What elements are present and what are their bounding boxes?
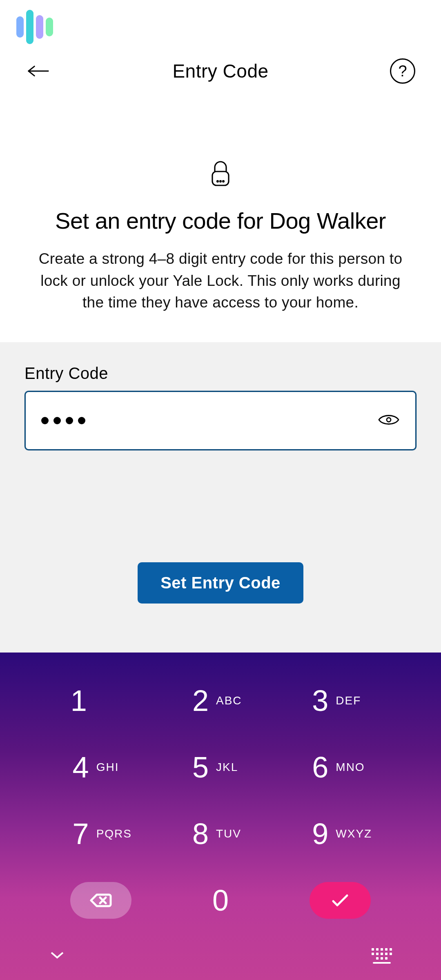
set-entry-code-button[interactable]: Set Entry Code	[138, 562, 303, 604]
backspace-icon	[89, 892, 113, 909]
svg-point-5	[387, 418, 391, 422]
keyboard-collapse-button[interactable]	[49, 950, 65, 962]
header-bar: Entry Code ?	[0, 48, 441, 94]
entry-code-input[interactable]	[24, 391, 416, 450]
keypad-confirm[interactable]	[293, 869, 388, 932]
keypad-key-9[interactable]: 9 WXYZ	[293, 802, 388, 865]
lock-icon	[29, 159, 412, 188]
status-area	[0, 0, 441, 48]
chevron-down-icon	[49, 950, 65, 960]
keypad-key-7[interactable]: 7 PQRS	[53, 802, 148, 865]
keypad-key-8[interactable]: 8 TUV	[173, 802, 268, 865]
help-button[interactable]: ?	[389, 57, 416, 85]
entry-code-label: Entry Code	[24, 364, 416, 383]
keypad-key-2[interactable]: 2 ABC	[173, 669, 268, 732]
intro-body: Create a strong 4–8 digit entry code for…	[29, 248, 412, 314]
intro-section: Set an entry code for Dog Walker Create …	[0, 94, 441, 342]
keypad-key-4[interactable]: 4 GHI	[53, 735, 148, 799]
entry-code-masked-value	[41, 417, 85, 424]
svg-point-2	[217, 181, 218, 182]
keypad-key-3[interactable]: 3 DEF	[293, 669, 388, 732]
toggle-visibility-button[interactable]	[378, 412, 400, 429]
svg-point-3	[220, 181, 221, 182]
keypad-key-5[interactable]: 5 JKL	[173, 735, 268, 799]
keypad-key-1[interactable]: 1	[53, 669, 148, 732]
keypad-key-6[interactable]: 6 MNO	[293, 735, 388, 799]
keypad-key-0[interactable]: 0	[173, 869, 268, 932]
keypad-backspace[interactable]	[53, 869, 148, 932]
arrow-left-icon	[27, 65, 50, 77]
svg-point-4	[223, 181, 224, 182]
numeric-keypad: 1 2 ABC 3 DEF 4 GHI 5 JKL 6 MNO	[0, 653, 441, 980]
back-button[interactable]	[24, 57, 52, 85]
form-section: Entry Code Set Entry Code	[0, 342, 441, 653]
keyboard-icon	[372, 948, 392, 960]
page-title: Entry Code	[172, 60, 268, 82]
svg-rect-1	[212, 172, 229, 185]
eye-icon	[378, 412, 400, 427]
help-icon: ?	[390, 58, 415, 84]
check-icon	[330, 893, 350, 908]
keyboard-switch-button[interactable]	[372, 948, 392, 964]
intro-heading: Set an entry code for Dog Walker	[29, 207, 412, 234]
app-logo	[16, 10, 425, 44]
